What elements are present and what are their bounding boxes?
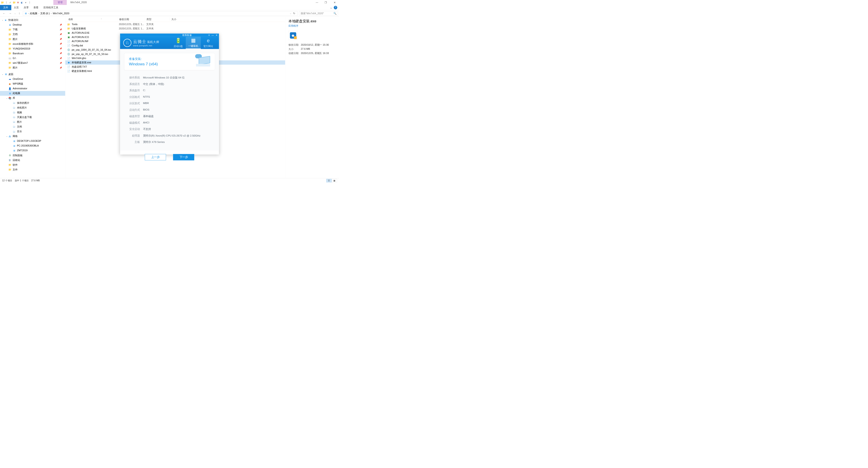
dialog-titlebar: 联系客服 ≡ — ✕	[120, 33, 219, 37]
details-prop: 修改日期: 2020/10/12, 星期一 15:30	[288, 43, 336, 46]
exe-green-icon: ▣	[67, 35, 70, 39]
sidebar-recycle-bin[interactable]: 🗑 回收站	[0, 158, 65, 162]
sidebar-libraries[interactable]: ⌄ 📚 库	[0, 96, 65, 100]
chevron-down-icon[interactable]: ⌵	[330, 6, 332, 9]
close-button[interactable]: ✕	[330, 0, 339, 5]
nav-label: 启动U盘	[174, 44, 183, 48]
sidebar-item[interactable]: 🖥 Desktop 📌	[0, 22, 65, 27]
search-icon[interactable]: 🔍	[333, 12, 337, 15]
sidebar-files[interactable]: 📁 文件	[0, 167, 65, 172]
close-icon[interactable]: ✕	[216, 34, 218, 36]
minimize-icon[interactable]: —	[212, 34, 214, 36]
sidebar-item[interactable]: 🗂 保存的图片	[0, 101, 65, 105]
chevron-down-icon[interactable]: ⌄	[2, 73, 3, 75]
sidebar-item[interactable]: ◆ WPS网盘	[0, 82, 65, 86]
crumb-docs[interactable]: 文档 (E:)	[40, 12, 50, 15]
sidebar-quick-access[interactable]: ⌄ ★ 快速访问	[0, 18, 65, 22]
ribbon-tab-apptools[interactable]: 应用程序工具	[41, 5, 61, 10]
sidebar-item[interactable]: 🗂 音乐	[0, 129, 65, 134]
column-type[interactable]: 类型	[145, 18, 169, 21]
sidebar-item[interactable]: 🖥 ZMT2019	[0, 148, 65, 153]
sidebar-item[interactable]: 🗂 本机照片	[0, 105, 65, 110]
sidebar-item[interactable]: 🖥 PC-20190530OBLA	[0, 143, 65, 148]
file-row[interactable]: 📁 U盘安装教程 2020/12/25, 星期五 1... 文件夹	[65, 27, 285, 31]
sidebar-item[interactable]: ☁ OneDrive	[0, 76, 65, 82]
dialog-nav-item[interactable]: ▦ 一键装机	[186, 37, 201, 49]
next-button[interactable]: 下一步	[173, 154, 194, 160]
refresh-icon[interactable]: ↻	[292, 12, 296, 15]
forward-icon[interactable]: →	[8, 11, 11, 15]
sidebar-item[interactable]: 📁 图片 📌	[0, 37, 65, 41]
chevron-down-icon[interactable]: ⌄	[2, 19, 3, 21]
check-icon[interactable]: ✓	[9, 1, 11, 4]
chevron-down-icon[interactable]: ⌄	[6, 97, 8, 99]
sidebar-item[interactable]: 🖥 DESKTOP-LSSOEDP	[0, 138, 65, 143]
sidebar-desktop[interactable]: ⌄ 🖥 桌面	[0, 72, 65, 76]
column-date[interactable]: 修改日期	[117, 18, 145, 21]
ribbon-right: ⌵ ?	[329, 5, 339, 10]
ribbon-tab-home[interactable]: 主页	[11, 5, 21, 10]
sidebar-item[interactable]: 🗂 图片	[0, 120, 65, 124]
sidebar-item[interactable]: 📁 YUNQISHI2019 📌	[0, 46, 65, 51]
sidebar-item-label: WPS网盘	[13, 82, 23, 86]
sidebar-label: 快速访问	[8, 18, 18, 22]
address-bar[interactable]: 🖥 › 此电脑 › 文档 (E:) › Win7x64_2020 ⌵ ↻	[23, 11, 298, 15]
sidebar-item[interactable]: 🗂 文档	[0, 124, 65, 129]
file-date: 2020/12/25, 星期五 1...	[119, 27, 146, 30]
close-red-icon[interactable]: ✕	[17, 1, 19, 4]
contact-support-link[interactable]: 联系客服	[136, 33, 192, 37]
recent-icon[interactable]: ⌵	[14, 12, 16, 15]
dialog-nav-item[interactable]: 🔋 启动U盘	[170, 37, 186, 49]
column-name[interactable]: 名称⌃	[65, 18, 117, 21]
sidebar-item[interactable]: 🗂 天翼云盘下载	[0, 115, 65, 120]
sidebar-item-label: DESKTOP-LSSOEDP	[17, 140, 41, 143]
sidebar-control-panel[interactable]: ⚙ 控制面板	[0, 153, 65, 158]
view-details-button[interactable]: ☰	[327, 179, 332, 183]
sidebar-item[interactable]: 📁 下载 📌	[0, 27, 65, 32]
previous-button[interactable]: 上一步	[145, 154, 166, 160]
chevron-right-icon[interactable]: ›	[28, 12, 29, 15]
sidebar-item[interactable]: 📁 文档 📌	[0, 32, 65, 37]
sidebar-item[interactable]: 📁 图片 📌	[0, 65, 65, 70]
chevron-right-icon[interactable]: ›	[51, 12, 52, 15]
help-icon[interactable]: ?	[334, 6, 337, 9]
sidebar-item[interactable]: 🗂 视频	[0, 110, 65, 115]
ribbon-tab-share[interactable]: 共享	[21, 5, 31, 10]
sidebar-network[interactable]: ⌄ 🖧 网络	[0, 134, 65, 138]
column-size[interactable]: 大小	[169, 18, 194, 21]
maximize-button[interactable]: ❐	[321, 0, 330, 5]
sidebar-software[interactable]: 📁 软件	[0, 162, 65, 167]
menu-icon[interactable]: ≡	[209, 34, 210, 36]
sidebar-item[interactable]: 👤 Administrator	[0, 86, 65, 91]
contextual-tab-manage[interactable]: 管理	[53, 0, 67, 5]
column-headers: 名称⌃ 修改日期 类型 大小	[65, 17, 285, 22]
view-icons-button[interactable]: ▦	[332, 179, 337, 183]
dialog-nav-item[interactable]: e 官方网址	[201, 37, 216, 49]
folder-icon[interactable]: 📁	[13, 1, 16, 4]
chevron-right-icon[interactable]: ›	[38, 12, 39, 15]
back-icon[interactable]: ←	[2, 11, 6, 15]
up-icon[interactable]: ↑	[19, 11, 20, 15]
recycle-icon: 🗑	[8, 159, 11, 161]
pc-icon: 🖥	[24, 12, 27, 15]
chevron-down-icon[interactable]: ⌄	[6, 135, 8, 137]
properties-icon[interactable]: ◐	[21, 1, 23, 4]
sidebar-item[interactable]: 🖴 G:\ 📌	[0, 56, 65, 61]
sidebar-item[interactable]: 📁 excel表格制作求和 📌	[0, 41, 65, 46]
address-dropdown-icon[interactable]: ⌵	[290, 12, 291, 15]
info-value: 英特尔(R) Xeon(R) CPU E5-2670 v2 @ 2.50GHz	[143, 134, 200, 137]
overflow-icon[interactable]: ▾	[24, 1, 27, 4]
crumb-folder[interactable]: Win7x64_2020	[53, 12, 69, 15]
info-value: 不支持	[143, 127, 151, 131]
info-value: 基本磁盘	[143, 115, 154, 118]
sidebar-item-label: PC-20190530OBLA	[17, 145, 39, 147]
sidebar-item[interactable]: 🖥 此电脑	[0, 91, 65, 96]
sidebar-item[interactable]: 📁 Bandicam 📌	[0, 51, 65, 56]
crumb-thispc[interactable]: 此电脑	[30, 12, 37, 15]
sidebar-item[interactable]: 📁 win7重装win7 📌	[0, 61, 65, 65]
ribbon-tab-view[interactable]: 查看	[31, 5, 41, 10]
file-row[interactable]: 📁 Tools 2020/12/25, 星期五 1... 文件夹	[65, 22, 285, 27]
search-input[interactable]: 搜索"Win7x64_2020" 🔍	[299, 11, 338, 15]
ribbon-tab-file[interactable]: 文件	[0, 5, 11, 10]
minimize-button[interactable]: —	[313, 0, 321, 5]
